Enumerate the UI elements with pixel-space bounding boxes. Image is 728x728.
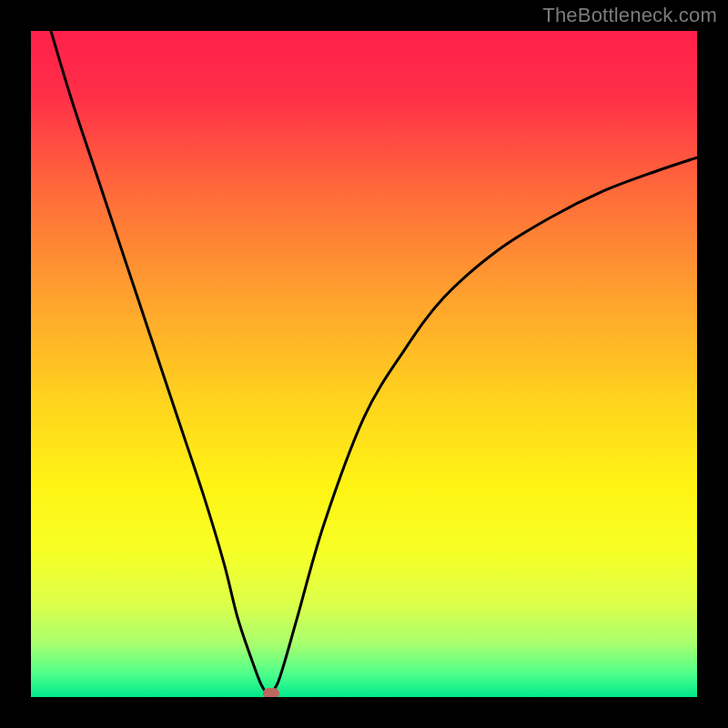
background-gradient	[31, 31, 697, 697]
optimal-point-marker	[263, 688, 279, 697]
plot-area	[31, 31, 697, 697]
svg-rect-0	[31, 31, 697, 697]
chart-frame: TheBottleneck.com	[0, 0, 728, 728]
watermark-text: TheBottleneck.com	[542, 4, 717, 27]
